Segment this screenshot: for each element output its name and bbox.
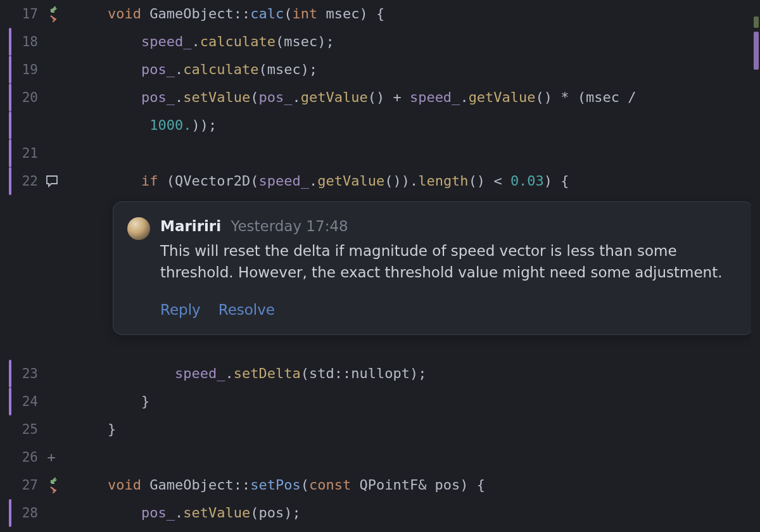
- code-line[interactable]: 26＋: [0, 443, 760, 471]
- code-line[interactable]: 28 pos_.setValue(pos);: [0, 499, 760, 527]
- code-line[interactable]: 21: [0, 139, 760, 167]
- comment-author: Maririri: [160, 218, 221, 234]
- line-number: 26: [15, 443, 38, 471]
- change-marker: [9, 499, 11, 527]
- comment-timestamp: Yesterday 17:48: [231, 218, 348, 234]
- code-line[interactable]: 19 pos_.calculate(msec);: [0, 56, 760, 84]
- avatar: [127, 217, 150, 240]
- inline-comment: Maririri Yesterday 17:48 This will reset…: [113, 201, 754, 335]
- code-line[interactable]: 22 if (QVector2D(speed_.getValue()).leng…: [0, 167, 760, 195]
- line-number: 17: [15, 0, 38, 28]
- code-text[interactable]: 1000.));: [101, 111, 760, 139]
- code-line[interactable]: 23 speed_.setDelta(std::nullopt);: [0, 360, 760, 388]
- code-text[interactable]: void GameObject::setPos(const QPointF& p…: [101, 471, 760, 499]
- gutter[interactable]: 23: [0, 360, 101, 388]
- code-text[interactable]: }: [101, 415, 760, 443]
- line-number: 28: [15, 499, 38, 527]
- gutter[interactable]: 24: [0, 388, 101, 415]
- gutter[interactable]: [0, 111, 101, 139]
- code-line[interactable]: 25}: [0, 415, 760, 443]
- gutter[interactable]: 21: [0, 139, 101, 167]
- change-marker: [9, 388, 11, 415]
- code-line[interactable]: 1000.));: [0, 111, 760, 139]
- code-text[interactable]: pos_.setValue(pos);: [101, 499, 760, 527]
- gutter[interactable]: 27: [0, 471, 101, 499]
- code-line[interactable]: 17 void GameObject::calc(int msec) {: [0, 0, 760, 28]
- gutter[interactable]: 17: [0, 0, 101, 28]
- reply-link[interactable]: Reply: [160, 300, 201, 320]
- gutter[interactable]: 25: [0, 415, 101, 443]
- change-marker: [9, 56, 11, 84]
- line-number: 18: [15, 28, 38, 56]
- line-number: 23: [15, 360, 38, 388]
- change-marker: [9, 28, 11, 56]
- add-icon[interactable]: ＋: [44, 443, 58, 471]
- code-line[interactable]: 18 speed_.calculate(msec);: [0, 28, 760, 56]
- code-text[interactable]: pos_.calculate(msec);: [101, 56, 760, 84]
- line-number: 25: [15, 415, 38, 443]
- code-line[interactable]: 24 }: [0, 388, 760, 415]
- change-marker: [9, 167, 11, 195]
- code-text[interactable]: speed_.setDelta(std::nullopt);: [101, 360, 760, 388]
- code-text[interactable]: void GameObject::calc(int msec) {: [101, 0, 760, 28]
- comment-body: This will reset the delta if magnitude o…: [160, 241, 737, 283]
- line-number: 21: [15, 139, 38, 167]
- scroll-marker: [754, 16, 759, 28]
- code-text[interactable]: }: [101, 388, 760, 415]
- line-number: 22: [15, 167, 38, 195]
- code-text[interactable]: if (QVector2D(speed_.getValue()).length(…: [101, 167, 760, 195]
- change-marker: [9, 139, 11, 167]
- diff-arrow-icon: [44, 5, 62, 23]
- change-marker: [9, 111, 11, 139]
- gutter[interactable]: 22: [0, 167, 101, 195]
- code-text[interactable]: speed_.calculate(msec);: [101, 28, 760, 56]
- line-number: 19: [15, 56, 38, 84]
- scrollbar[interactable]: [751, 0, 760, 532]
- line-number: 24: [15, 388, 38, 415]
- gutter[interactable]: 20: [0, 84, 101, 111]
- scroll-marker: [754, 32, 759, 70]
- code-line[interactable]: 27 void GameObject::setPos(const QPointF…: [0, 471, 760, 499]
- gutter[interactable]: 28: [0, 499, 101, 527]
- gutter[interactable]: 26＋: [0, 443, 101, 471]
- code-text[interactable]: pos_.setValue(pos_.getValue() + speed_.g…: [101, 84, 760, 111]
- comment-icon[interactable]: [44, 174, 60, 189]
- line-number: 20: [15, 84, 38, 111]
- change-marker: [9, 360, 11, 388]
- gutter[interactable]: 19: [0, 56, 101, 84]
- gutter[interactable]: 18: [0, 28, 101, 56]
- diff-arrow-icon: [44, 476, 62, 494]
- line-number: 27: [15, 471, 38, 499]
- change-marker: [9, 84, 11, 111]
- resolve-link[interactable]: Resolve: [218, 300, 275, 320]
- code-line[interactable]: 20 pos_.setValue(pos_.getValue() + speed…: [0, 84, 760, 111]
